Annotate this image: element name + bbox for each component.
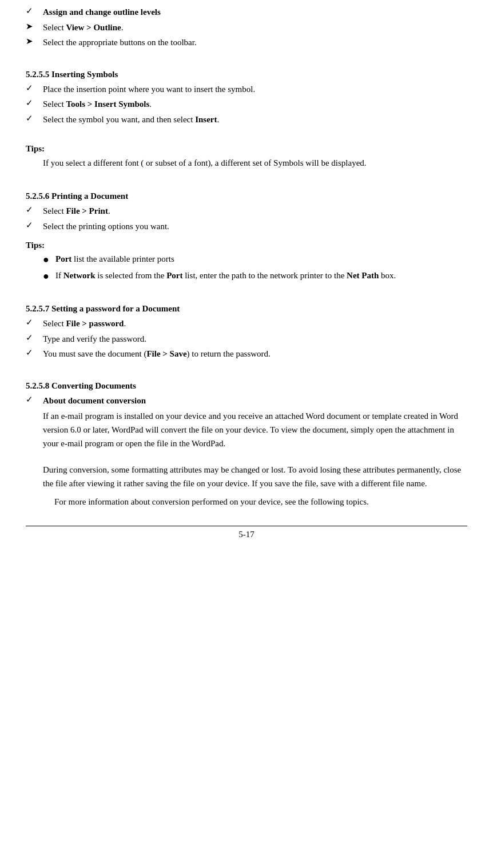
section-528-item-1: ✓ About document conversion xyxy=(26,394,467,407)
section-525-text-3: Select the symbol you want, and then sel… xyxy=(43,113,467,126)
check-icon-527-2: ✓ xyxy=(26,333,43,346)
bullet-text-526-2: If Network is selected from the Port lis… xyxy=(55,269,467,282)
check-icon-526-2: ✓ xyxy=(26,220,43,233)
arrow-icon-3: ➤ xyxy=(26,36,43,49)
intro-item-1: ✓ Assign and change outline levels xyxy=(26,6,467,19)
section-527-text-3: You must save the document (File > Save)… xyxy=(43,347,467,361)
check-icon-526-1: ✓ xyxy=(26,205,43,218)
page-footer: 5-17 xyxy=(26,526,467,539)
section-527-item-2: ✓ Type and verify the password. xyxy=(26,333,467,346)
section-527-item-3: ✓ You must save the document (File > Sav… xyxy=(26,347,467,361)
section-526-item-1: ✓ Select File > Print. xyxy=(26,205,467,218)
check-icon-525-2: ✓ xyxy=(26,98,43,111)
section-527-text-1: Select File > password. xyxy=(43,317,467,330)
section-528-para3: For more information about conversion pe… xyxy=(54,495,467,509)
check-icon-525-3: ✓ xyxy=(26,113,43,126)
section-525-text-2: Select Tools > Insert Symbols. xyxy=(43,98,467,111)
arrow-icon-2: ➤ xyxy=(26,21,43,34)
bullet-text-526-1: Port list the available printer ports xyxy=(55,253,467,266)
section-525-item-2: ✓ Select Tools > Insert Symbols. xyxy=(26,98,467,111)
bullet-item-526-2: ● If Network is selected from the Port l… xyxy=(43,269,467,283)
check-icon-528-1: ✓ xyxy=(26,394,43,407)
bullet-dot-2: ● xyxy=(43,269,55,283)
section-527-item-1: ✓ Select File > password. xyxy=(26,317,467,330)
section-528-heading: 5.2.5.8 Converting Documents xyxy=(26,381,467,391)
section-527-heading: 5.2.5.7 Setting a password for a Documen… xyxy=(26,304,467,314)
section-528-text-1: About document conversion xyxy=(43,394,467,407)
section-525-heading: 5.2.5.5 Inserting Symbols xyxy=(26,70,467,79)
bullet-item-526-1: ● Port list the available printer ports xyxy=(43,253,467,267)
tips-label-526: Tips: xyxy=(26,241,467,250)
bullet-dot-1: ● xyxy=(43,253,55,267)
intro-text-3: Select the appropriate buttons on the to… xyxy=(43,36,467,49)
check-icon-527-3: ✓ xyxy=(26,347,43,361)
section-525-item-1: ✓ Place the insertion point where you wa… xyxy=(26,83,467,96)
intro-item-3: ➤ Select the appropriate buttons on the … xyxy=(26,36,467,49)
section-527-text-2: Type and verify the password. xyxy=(43,333,467,346)
section-528-para2: During conversion, some formatting attri… xyxy=(43,463,467,490)
intro-item-2: ➤ Select View > Outline. xyxy=(26,21,467,34)
section-525-item-3: ✓ Select the symbol you want, and then s… xyxy=(26,113,467,126)
check-icon-1: ✓ xyxy=(26,6,43,19)
intro-text-2: Select View > Outline. xyxy=(43,21,467,34)
tips-body-525: If you select a different font ( or subs… xyxy=(43,156,467,170)
section-526-item-2: ✓ Select the printing options you want. xyxy=(26,220,467,233)
section-528-para1: If an e-mail program is installed on you… xyxy=(43,409,467,450)
check-icon-527-1: ✓ xyxy=(26,317,43,330)
check-icon-525-1: ✓ xyxy=(26,83,43,96)
page-number: 5-17 xyxy=(238,530,255,539)
section-526-text-2: Select the printing options you want. xyxy=(43,220,467,233)
page-content: ✓ Assign and change outline levels ➤ Sel… xyxy=(26,6,467,509)
section-525-text-1: Place the insertion point where you want… xyxy=(43,83,467,96)
intro-text-1: Assign and change outline levels xyxy=(43,6,467,19)
bullet-list-526: ● Port list the available printer ports … xyxy=(43,253,467,283)
tips-label-525: Tips: xyxy=(26,144,467,154)
section-526-heading: 5.2.5.6 Printing a Document xyxy=(26,191,467,201)
section-526-text-1: Select File > Print. xyxy=(43,205,467,218)
